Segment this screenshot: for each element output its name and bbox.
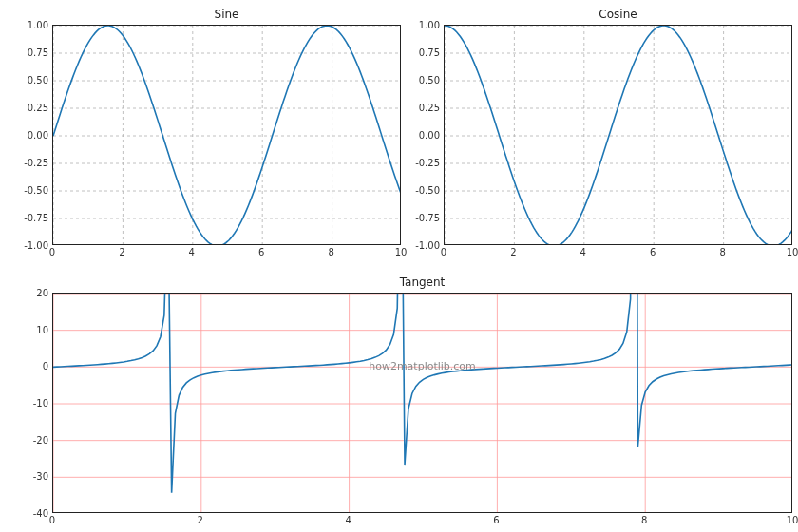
ytick: -40 — [33, 508, 48, 519]
xtick: 8 — [641, 515, 647, 525]
plot-area-sine — [52, 25, 401, 245]
xtick: 0 — [49, 247, 55, 257]
xtick: 4 — [580, 247, 586, 257]
ytick: -10 — [33, 398, 48, 408]
title-tangent: Tangent — [52, 276, 792, 289]
ytick: -0.75 — [24, 213, 48, 223]
xtick: 8 — [719, 247, 725, 257]
axes-tangent: Tangent how2matplotlib.com -40 -30 -20 -… — [52, 293, 792, 513]
xtick: 2 — [510, 247, 516, 257]
plot-area-tangent: how2matplotlib.com — [52, 293, 792, 513]
xtick: 6 — [258, 247, 264, 257]
ytick: -0.50 — [24, 185, 48, 196]
series-cosine — [445, 26, 792, 245]
axes-cosine: Cosine -1.00 -0.75 -0.50 -0.25 0.00 0 — [444, 25, 792, 245]
ytick: 0.75 — [419, 48, 440, 58]
ytick: 0.50 — [28, 75, 48, 86]
grid-cosine — [445, 26, 792, 245]
xtick: 0 — [49, 515, 55, 525]
xtick: 2 — [198, 515, 203, 525]
ytick: 0.75 — [28, 48, 48, 58]
series-tangent — [53, 294, 792, 493]
ytick: 0 — [43, 361, 48, 371]
ytick: 1.00 — [28, 20, 48, 30]
ytick: -0.75 — [415, 213, 440, 223]
svg-cosine — [445, 26, 792, 245]
svg-sine — [53, 26, 401, 245]
ytick: -30 — [33, 471, 48, 482]
ytick: 20 — [36, 288, 48, 298]
ytick: -1.00 — [24, 240, 48, 251]
grid-tangent — [53, 294, 792, 513]
xtick: 4 — [189, 247, 195, 257]
plot-area-cosine — [444, 25, 792, 245]
ytick: 0.25 — [28, 103, 48, 113]
xtick: 0 — [441, 247, 446, 257]
xtick: 6 — [650, 247, 656, 257]
ytick: 10 — [36, 324, 48, 334]
ytick: -0.25 — [415, 158, 440, 168]
xtick: 10 — [787, 247, 798, 257]
ytick: 1.00 — [419, 20, 440, 30]
title-sine: Sine — [52, 8, 401, 21]
title-cosine: Cosine — [444, 8, 792, 21]
figure: Sine -1.00 -0.75 -0.50 -0.25 0.00 — [0, 0, 798, 532]
series-sine — [53, 26, 401, 245]
ytick: -1.00 — [415, 240, 440, 251]
ytick: 0.25 — [419, 103, 440, 113]
ytick: 0.50 — [419, 75, 440, 86]
ytick: 0.00 — [419, 130, 440, 141]
xtick: 10 — [787, 515, 798, 525]
ytick: -20 — [33, 434, 48, 445]
ytick: -0.50 — [415, 185, 440, 196]
xtick: 4 — [345, 515, 351, 525]
ytick: 0.00 — [28, 130, 48, 141]
xtick: 8 — [328, 247, 333, 257]
xtick: 10 — [395, 247, 408, 257]
svg-tangent — [53, 294, 792, 513]
xtick: 2 — [119, 247, 124, 257]
grid-sine — [53, 26, 401, 245]
ytick: -0.25 — [24, 158, 48, 168]
axes-sine: Sine -1.00 -0.75 -0.50 -0.25 0.00 — [52, 25, 401, 245]
xtick: 6 — [493, 515, 499, 525]
